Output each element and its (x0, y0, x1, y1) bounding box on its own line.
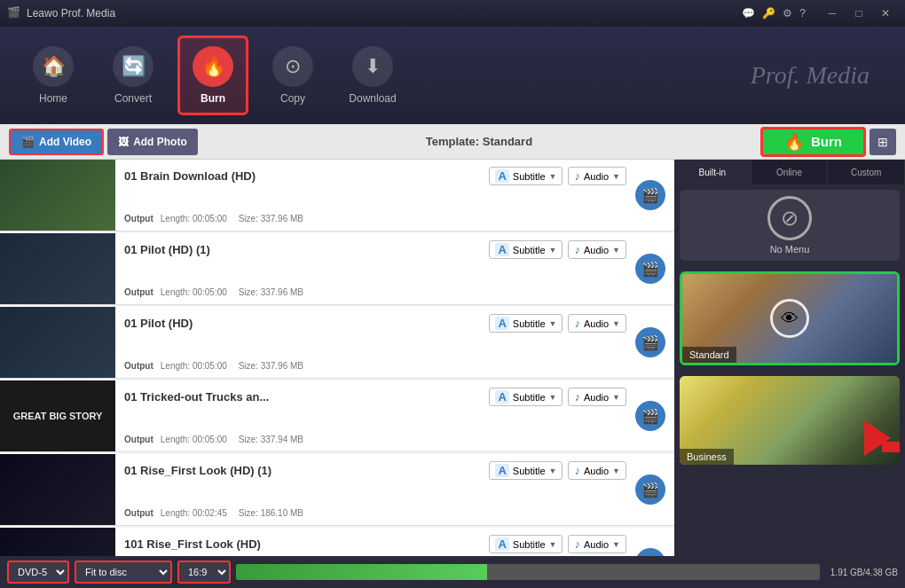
minimize-button[interactable]: ─ (820, 4, 845, 23)
audio-icon: ♪ (574, 537, 580, 551)
length-label: Length: 00:05:00 (161, 435, 227, 444)
edit-button-4[interactable]: 🎬 (635, 401, 665, 431)
subtitle-icon: A (495, 537, 508, 551)
template-label: Template: Standard (201, 135, 757, 148)
maximize-button[interactable]: □ (846, 4, 871, 23)
tab-online[interactable]: Online (752, 160, 829, 184)
add-video-button[interactable]: 🎬 Add Video (9, 129, 104, 155)
close-button[interactable]: ✕ (873, 4, 898, 23)
output-label-2: Output (124, 287, 153, 297)
settings-icon[interactable]: ⚙ (783, 7, 792, 20)
burn-btn-label: Burn (811, 134, 842, 149)
menu-card-no-menu[interactable]: ⊘ No Menu (680, 190, 900, 261)
subtitle-icon: A (495, 169, 508, 183)
subtitle-chevron: ▼ (549, 466, 557, 475)
home-icon: 🏠 (33, 46, 74, 87)
no-menu-icon: ⊘ (767, 196, 812, 240)
add-photo-icon: 🖼 (118, 136, 129, 148)
dropdown-group-5: A Subtitle ▼ ♪ Audio ▼ (489, 461, 626, 480)
subtitle-label: Subtitle (513, 245, 546, 255)
video-bottom-1: Output Length: 00:05:00 Size: 337.96 MB (124, 214, 626, 223)
edit-button-1[interactable]: 🎬 (635, 180, 665, 210)
burn-button[interactable]: 🔥 Burn (760, 127, 866, 157)
video-top-5: 01 Rise_First Look (HD) (1) A Subtitle ▼… (124, 461, 626, 480)
audio-label: Audio (584, 539, 609, 550)
subtitle-icon: A (495, 317, 508, 330)
fit-option-select[interactable]: Fit to disc High Quality Custom (75, 561, 172, 584)
edit-button-3[interactable]: 🎬 (635, 327, 665, 357)
subtitle-dropdown-1[interactable]: A Subtitle ▼ (489, 167, 563, 185)
download-icon: ⬇ (352, 46, 393, 87)
audio-chevron: ▼ (612, 466, 620, 475)
business-menu-label: Business (680, 449, 734, 465)
audio-dropdown-5[interactable]: ♪ Audio ▼ (568, 461, 626, 480)
app-title: Leawo Prof. Media (27, 7, 384, 20)
add-video-label: Add Video (39, 136, 91, 148)
video-thumb-4: GREAT BIG STORY (0, 380, 115, 451)
brand-logo: Prof. Media (751, 61, 870, 90)
nav-copy[interactable]: ⊙ Copy (257, 35, 328, 115)
video-thumb-2 (0, 233, 115, 304)
video-top-2: 01 Pilot (HD) (1) A Subtitle ▼ ♪ Audio ▼ (124, 240, 626, 259)
length-label: Length: 00:02:45 (161, 508, 227, 518)
video-thumb-1 (0, 160, 115, 231)
add-photo-button[interactable]: 🖼 Add Photo (107, 129, 198, 155)
storage-progress-bar (236, 564, 820, 580)
video-item-5: 01 Rise_First Look (HD) (1) A Subtitle ▼… (0, 454, 674, 526)
audio-dropdown-1[interactable]: ♪ Audio ▼ (568, 167, 626, 185)
video-bottom-4: Output Length: 00:05:00 Size: 337.94 MB (124, 435, 626, 444)
subtitle-chevron: ▼ (549, 393, 557, 402)
audio-dropdown-3[interactable]: ♪ Audio ▼ (568, 314, 626, 333)
key-icon[interactable]: 🔑 (762, 7, 775, 20)
edit-button-5[interactable]: 🎬 (635, 474, 665, 505)
subtitle-icon: A (495, 390, 508, 404)
nav-convert[interactable]: 🔄 Convert (98, 35, 169, 115)
audio-icon: ♪ (574, 169, 580, 183)
subtitle-chevron: ▼ (549, 319, 557, 328)
audio-chevron: ▼ (612, 393, 620, 402)
subtitle-label: Subtitle (513, 466, 546, 476)
video-thumb-6 (0, 528, 115, 556)
dropdown-group-4: A Subtitle ▼ ♪ Audio ▼ (489, 388, 626, 406)
audio-dropdown-6[interactable]: ♪ Audio ▼ (568, 535, 626, 553)
disc-type-select[interactable]: DVD-5 DVD-9 BD-25 BD-50 (7, 561, 69, 584)
standard-menu-preview: 👁 Standard (682, 274, 897, 363)
nav-home[interactable]: 🏠 Home (18, 35, 89, 115)
video-details-5: 01 Rise_First Look (HD) (1) A Subtitle ▼… (115, 454, 635, 525)
edit-button-2[interactable]: 🎬 (635, 254, 665, 284)
nav-burn[interactable]: 🔥 Burn (177, 35, 248, 115)
main-content: 01 Brain Download (HD) A Subtitle ▼ ♪ Au… (0, 160, 905, 556)
nav-convert-label: Convert (114, 92, 152, 105)
tab-custom[interactable]: Custom (828, 160, 905, 184)
edit-button-6[interactable]: 🎬 (635, 548, 665, 556)
business-menu-preview: Business (680, 376, 900, 465)
audio-dropdown-2[interactable]: ♪ Audio ▼ (568, 240, 626, 259)
subtitle-dropdown-4[interactable]: A Subtitle ▼ (489, 388, 563, 406)
video-item-2: 01 Pilot (HD) (1) A Subtitle ▼ ♪ Audio ▼… (0, 233, 674, 305)
audio-chevron: ▼ (612, 246, 620, 255)
tab-builtin[interactable]: Built-in (674, 160, 752, 184)
video-bottom-5: Output Length: 00:02:45 Size: 186.10 MB (124, 508, 626, 518)
subtitle-dropdown-2[interactable]: A Subtitle ▼ (489, 240, 563, 259)
message-icon[interactable]: 💬 (742, 7, 755, 20)
audio-dropdown-4[interactable]: ♪ Audio ▼ (568, 388, 626, 406)
toolbar: 🎬 Add Video 🖼 Add Photo Template: Standa… (0, 124, 905, 160)
output-label-1: Output (124, 214, 153, 223)
aspect-ratio-select[interactable]: 16:9 4:3 (177, 561, 231, 584)
subtitle-dropdown-6[interactable]: A Subtitle ▼ (489, 535, 563, 553)
no-menu-label: No Menu (770, 244, 810, 255)
help-icon[interactable]: ? (799, 7, 806, 20)
dropdown-group-3: A Subtitle ▼ ♪ Audio ▼ (489, 314, 626, 333)
audio-label: Audio (584, 245, 609, 255)
subtitle-label: Subtitle (513, 539, 546, 550)
grid-icon: ⊞ (877, 135, 888, 149)
menu-card-standard[interactable]: ✓ 👁 Standard (680, 271, 900, 365)
video-details-3: 01 Pilot (HD) A Subtitle ▼ ♪ Audio ▼ Out… (115, 307, 635, 378)
grid-view-button[interactable]: ⊞ (870, 129, 896, 155)
subtitle-dropdown-5[interactable]: A Subtitle ▼ (489, 461, 563, 480)
length-label: Length: 00:05:00 (161, 214, 227, 223)
subtitle-dropdown-3[interactable]: A Subtitle ▼ (489, 314, 563, 333)
menu-card-business[interactable]: Business (680, 376, 900, 465)
video-title-3: 01 Pilot (HD) (124, 317, 482, 330)
nav-download[interactable]: ⬇ Download (337, 35, 408, 115)
